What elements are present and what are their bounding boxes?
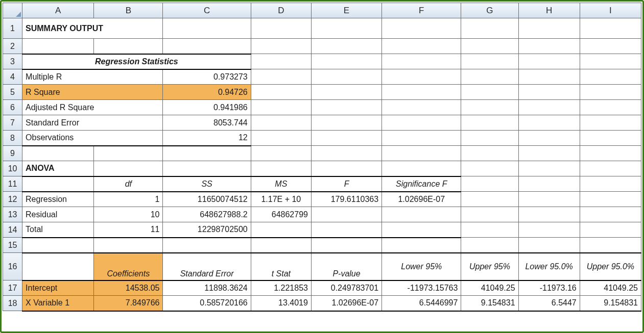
cell[interactable] xyxy=(518,69,580,85)
cell[interactable] xyxy=(251,69,311,85)
row-header-16[interactable]: 16 xyxy=(3,253,22,280)
row-header-7[interactable]: 7 xyxy=(3,115,22,131)
cell-xvar1-lower95[interactable]: 6.5446997 xyxy=(382,296,461,311)
cell[interactable] xyxy=(251,146,311,161)
cell-coef-hdr-lower95[interactable]: Lower 95% xyxy=(382,253,461,280)
cell[interactable] xyxy=(163,146,251,161)
cell[interactable] xyxy=(251,85,311,100)
cell[interactable] xyxy=(518,131,580,146)
cell[interactable] xyxy=(461,192,518,207)
cell-anova-hdr-ss[interactable]: SS xyxy=(163,176,251,192)
cell[interactable] xyxy=(251,222,311,238)
row-header-5[interactable]: 5 xyxy=(3,85,22,100)
cell-coef-hdr-lower95-0[interactable]: Lower 95.0% xyxy=(518,253,580,280)
cell-anova-residual-ss[interactable]: 648627988.2 xyxy=(163,207,251,222)
cell[interactable] xyxy=(382,39,461,54)
cell[interactable] xyxy=(251,131,311,146)
col-header-C[interactable]: C xyxy=(163,3,251,18)
cell[interactable] xyxy=(580,18,641,39)
cell[interactable] xyxy=(311,100,381,115)
cell[interactable] xyxy=(22,238,94,253)
cell[interactable] xyxy=(518,18,580,39)
cell-regression-statistics-header[interactable]: Regression Statistics xyxy=(22,54,251,69)
select-all-corner[interactable] xyxy=(3,3,22,18)
cell[interactable] xyxy=(251,238,311,253)
cell-anova-regression-f[interactable]: 179.6110363 xyxy=(311,192,381,207)
cell-intercept-upper95[interactable]: 41049.25 xyxy=(461,280,518,296)
cell[interactable] xyxy=(461,161,518,176)
cell[interactable] xyxy=(580,207,641,222)
cell-anova-residual-ms[interactable]: 64862799 xyxy=(251,207,311,222)
cell[interactable] xyxy=(580,222,641,238)
cell[interactable] xyxy=(311,131,381,146)
cell-observations-label[interactable]: Observations xyxy=(22,131,163,146)
cell[interactable] xyxy=(382,100,461,115)
cell[interactable] xyxy=(461,207,518,222)
cell[interactable] xyxy=(461,146,518,161)
cell[interactable] xyxy=(251,18,311,39)
col-header-G[interactable]: G xyxy=(461,3,518,18)
cell[interactable] xyxy=(461,131,518,146)
cell[interactable] xyxy=(311,146,381,161)
cell-adj-r-square-value[interactable]: 0.941986 xyxy=(163,100,251,115)
cell-anova-hdr-df[interactable]: df xyxy=(94,176,163,192)
cell[interactable] xyxy=(461,238,518,253)
cell[interactable] xyxy=(461,115,518,131)
cell-anova-label[interactable]: ANOVA xyxy=(22,161,94,176)
cell[interactable] xyxy=(311,222,381,238)
cell[interactable] xyxy=(518,146,580,161)
cell[interactable] xyxy=(580,131,641,146)
cell[interactable] xyxy=(311,39,381,54)
cell-xvar1-coef[interactable]: 7.849766 xyxy=(94,296,163,311)
cell-summary-output[interactable]: SUMMARY OUTPUT xyxy=(22,18,163,39)
row-header-15[interactable]: 15 xyxy=(3,238,22,253)
cell-intercept-stderr[interactable]: 11898.3624 xyxy=(163,280,251,296)
cell[interactable] xyxy=(382,85,461,100)
cell-intercept-pvalue[interactable]: 0.249783701 xyxy=(311,280,381,296)
cell[interactable] xyxy=(461,54,518,69)
cell[interactable] xyxy=(382,146,461,161)
cell[interactable] xyxy=(580,115,641,131)
cell[interactable] xyxy=(251,115,311,131)
cell[interactable] xyxy=(518,54,580,69)
cell[interactable] xyxy=(518,222,580,238)
col-header-F[interactable]: F xyxy=(382,3,461,18)
cell[interactable] xyxy=(163,161,251,176)
col-header-D[interactable]: D xyxy=(251,3,311,18)
row-header-18[interactable]: 18 xyxy=(3,296,22,311)
cell-coef-hdr-pvalue[interactable]: P-value xyxy=(311,253,381,280)
cell[interactable] xyxy=(461,39,518,54)
cell-anova-hdr-sigf[interactable]: Significance F xyxy=(382,176,461,192)
cell-xvar1-label[interactable]: X Variable 1 xyxy=(22,296,94,311)
cell-multiple-r-label[interactable]: Multiple R xyxy=(22,69,163,85)
cell[interactable] xyxy=(94,161,163,176)
row-header-4[interactable]: 4 xyxy=(3,69,22,85)
cell[interactable] xyxy=(382,238,461,253)
cell[interactable] xyxy=(163,238,251,253)
cell[interactable] xyxy=(22,176,94,192)
cell[interactable] xyxy=(382,54,461,69)
cell-xvar1-pvalue[interactable]: 1.02696E-07 xyxy=(311,296,381,311)
col-header-I[interactable]: I xyxy=(580,3,641,18)
row-header-9[interactable]: 9 xyxy=(3,146,22,161)
cell[interactable] xyxy=(311,69,381,85)
cell[interactable] xyxy=(163,18,251,39)
col-header-E[interactable]: E xyxy=(311,3,381,18)
cell-anova-residual-df[interactable]: 10 xyxy=(94,207,163,222)
cell[interactable] xyxy=(518,115,580,131)
cell[interactable] xyxy=(22,253,94,280)
cell[interactable] xyxy=(580,69,641,85)
row-header-1[interactable]: 1 xyxy=(3,18,22,39)
cell-anova-regression-ms[interactable]: 1.17E + 10 xyxy=(251,192,311,207)
cell[interactable] xyxy=(311,85,381,100)
row-header-8[interactable]: 8 xyxy=(3,131,22,146)
cell-anova-residual-label[interactable]: Residual xyxy=(22,207,94,222)
cell[interactable] xyxy=(461,18,518,39)
row-header-2[interactable]: 2 xyxy=(3,39,22,54)
cell-r-square-label[interactable]: R Square xyxy=(22,85,163,100)
cell[interactable] xyxy=(22,39,94,54)
row-header-17[interactable]: 17 xyxy=(3,280,22,296)
cell[interactable] xyxy=(518,100,580,115)
cell-xvar1-stderr[interactable]: 0.585720166 xyxy=(163,296,251,311)
cell[interactable] xyxy=(461,69,518,85)
